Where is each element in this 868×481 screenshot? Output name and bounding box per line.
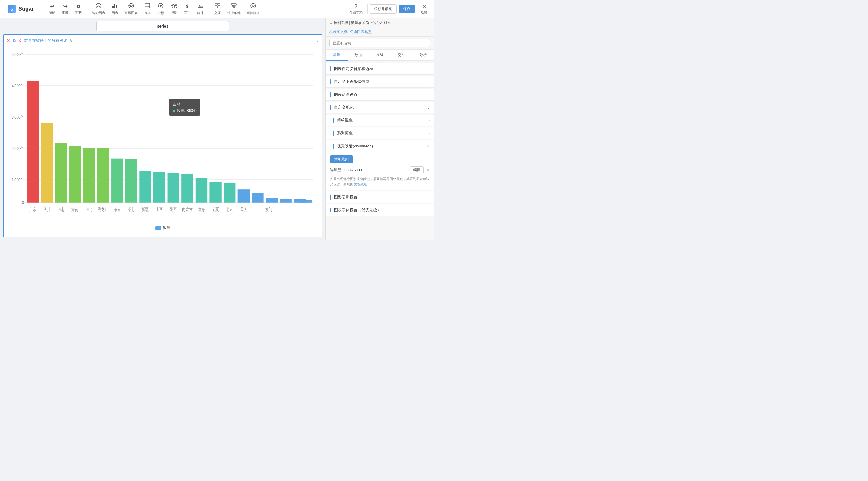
panel-content: 图表自定义背景和边框 › 自定义图表报错信息 › 图表动画设置 › 自定义配色 … <box>326 61 434 241</box>
section-series-color[interactable]: 系列颜色 › <box>326 127 434 139</box>
section-custom-color[interactable]: 自定义配色 ∨ <box>326 102 434 113</box>
chart-edit-button[interactable]: ✎ <box>70 39 73 43</box>
switch-chart-type-link[interactable]: 切换图表类型 <box>350 30 372 35</box>
svg-text:2,000个: 2,000个 <box>12 146 24 151</box>
section-font[interactable]: 图表字体设置（低优先级） › <box>326 204 434 216</box>
settings-search-input[interactable] <box>330 39 430 47</box>
section-accent <box>333 131 334 136</box>
map-icon: 🗺 <box>171 3 177 10</box>
add-rule-button[interactable]: 添加规则 <box>330 155 353 163</box>
tab-data[interactable]: 数据 <box>347 50 369 61</box>
interact-button[interactable]: 交互 <box>211 0 224 18</box>
bar-湖北[interactable] <box>125 159 137 202</box>
notice-doc-link[interactable]: 文档说明 <box>354 182 367 186</box>
svg-point-17 <box>199 4 200 6</box>
tab-analysis[interactable]: 分析 <box>412 50 434 61</box>
smart-chart-icon <box>96 3 101 10</box>
text-label: 文字 <box>184 10 190 15</box>
notice-text: 如果出现部分图形没有颜色，需要填写范围外颜色，单系列图表建议只保留一条规则 文档… <box>330 176 430 187</box>
help-button[interactable]: ? 帮助文档 <box>346 0 366 18</box>
smart-chart-label: 智能图表 <box>92 11 105 15</box>
chart-copy-button[interactable]: ⧉ <box>13 38 16 43</box>
tab-interact[interactable]: 交互 <box>391 50 412 61</box>
panel-collapse-button[interactable]: » <box>330 21 332 26</box>
filter-button[interactable]: 过滤条件 <box>224 0 244 18</box>
chart-legend: 数量 <box>7 225 319 230</box>
bar-海南[interactable] <box>111 159 123 202</box>
svg-rect-18 <box>215 3 217 5</box>
interact-label: 交互 <box>214 11 221 15</box>
svg-text:重庆: 重庆 <box>240 207 247 212</box>
copy-button[interactable]: ⧉ 复制 <box>72 0 85 18</box>
media-label: 媒体 <box>197 11 204 15</box>
svg-text:广东: 广东 <box>29 207 36 212</box>
bar-陕西[interactable] <box>167 173 179 202</box>
rule-delete-button[interactable]: ✕ <box>426 168 430 173</box>
bar-内蒙古[interactable] <box>181 173 193 202</box>
widget-button[interactable]: 组件模板 <box>244 0 263 18</box>
tab-basic[interactable]: 基础 <box>326 50 347 61</box>
visual-map-header[interactable]: 视觉映射(visualMap) ∨ <box>326 140 434 152</box>
section-custom-error[interactable]: 自定义图表报错信息 › <box>326 76 434 88</box>
svg-text:河南: 河南 <box>58 207 65 212</box>
map-button[interactable]: 🗺 地图 <box>167 0 181 18</box>
copy-icon: ⧉ <box>76 3 81 10</box>
indicator-button[interactable]: 指标 <box>154 0 167 18</box>
section-label: 图表动画设置 <box>334 92 429 97</box>
table-icon <box>144 3 150 10</box>
bar-宁夏1[interactable] <box>210 182 221 202</box>
svg-text:青海: 青海 <box>198 207 205 212</box>
bar-河北[interactable] <box>83 148 95 202</box>
smart-chart-button[interactable]: 智能图表 <box>89 0 108 18</box>
bar-河南[interactable] <box>55 143 67 202</box>
section-shadow[interactable]: 图形阴影设置 › <box>326 191 434 203</box>
section-simple-color[interactable]: 简单配色 › <box>326 115 434 126</box>
bar-青海1[interactable] <box>195 178 207 202</box>
chart-x-button[interactable]: ✕ <box>18 38 22 43</box>
chart-close-button[interactable]: ✕ <box>7 38 10 43</box>
media-button[interactable]: 媒体 <box>194 0 207 18</box>
redo-button[interactable]: ↪ 重做 <box>59 0 72 18</box>
section-custom-background[interactable]: 图表自定义背景和边框 › <box>326 63 434 75</box>
svg-rect-24 <box>233 7 235 8</box>
svg-point-15 <box>160 5 161 7</box>
tab-advanced[interactable]: 高级 <box>369 50 391 61</box>
section-accent <box>330 195 331 199</box>
bar-湖南[interactable] <box>69 146 81 202</box>
bar-北京1[interactable] <box>224 183 236 202</box>
table-button[interactable]: 表格 <box>141 0 154 18</box>
undo-button[interactable]: ↩ 撤销 <box>45 0 59 18</box>
bar-广东[interactable] <box>27 81 38 202</box>
bar-青海2[interactable] <box>266 198 278 202</box>
section-animation[interactable]: 图表动画设置 › <box>326 89 434 101</box>
bar-澳门[interactable] <box>300 200 312 202</box>
advanced-chart-button[interactable]: 高级图表 <box>121 0 141 18</box>
chart-type-doc-link[interactable]: 柱状图文档 <box>330 30 347 35</box>
save-button[interactable]: 保存 <box>399 4 415 13</box>
svg-rect-22 <box>231 4 236 5</box>
svg-rect-3 <box>116 5 117 8</box>
exit-button[interactable]: ✕ 退出 <box>417 3 431 14</box>
section-arrow-icon: › <box>429 195 430 199</box>
widget-label: 组件模板 <box>247 11 260 15</box>
bar-宁夏2[interactable] <box>280 199 292 202</box>
section-label: 系列颜色 <box>337 130 429 136</box>
svg-point-25 <box>251 3 255 8</box>
save-preview-button[interactable]: 保存并预览 <box>370 4 397 13</box>
bar-新疆[interactable] <box>139 171 151 202</box>
visual-map-content: 添加规则 连续型 500 - 5000 编辑 ✕ 如果出现部分图形没有颜色，需要… <box>326 152 434 190</box>
undo-icon: ↩ <box>50 3 54 10</box>
chart-button[interactable]: 图表 <box>108 0 121 18</box>
section-label: 自定义配色 <box>334 105 427 110</box>
rule-edit-button[interactable]: 编辑 <box>410 166 424 174</box>
bar-内蒙古2[interactable] <box>252 193 264 202</box>
bar-重庆1[interactable] <box>238 189 250 202</box>
text-button[interactable]: 文 文字 <box>181 0 194 18</box>
chart-container: ✕ ⧉ ✕ 数量在省份上的分布对比 ✎ ⌄ 5,000个 <box>3 34 322 237</box>
bar-黑龙江[interactable] <box>97 148 109 202</box>
section-label: 图表自定义背景和边框 <box>334 66 429 71</box>
bar-四川[interactable] <box>41 123 53 202</box>
rule-range: 500 - 5000 <box>344 168 407 172</box>
bar-山西[interactable] <box>153 172 165 202</box>
chart-expand-button[interactable]: ⌄ <box>316 39 319 43</box>
